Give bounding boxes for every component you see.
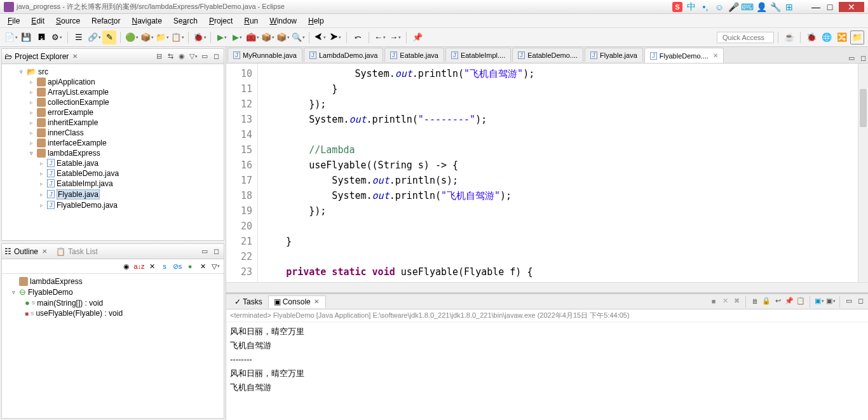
tree-file[interactable]: EatableImpl.java — [57, 179, 113, 188]
outline-method-1[interactable]: useFlyable(Flyable) : void — [36, 309, 123, 318]
highlight-icon[interactable]: ✎ — [102, 30, 116, 44]
tree-file[interactable]: FlyableDemo.java — [57, 201, 118, 210]
hide-local-icon[interactable]: ● — [184, 261, 196, 272]
remove-launch-icon[interactable]: ✕ — [720, 296, 730, 306]
max-pe-icon[interactable]: ◻ — [211, 51, 221, 62]
tree-pkg[interactable]: errorExample — [48, 108, 93, 117]
close-icon[interactable]: ✕ — [839, 2, 864, 12]
focus-outline-icon[interactable]: ◉ — [121, 261, 132, 272]
zhong-icon[interactable]: 中 — [686, 2, 696, 12]
remove-all-icon[interactable]: ✖ — [731, 296, 742, 306]
quick-access-input[interactable] — [717, 32, 774, 43]
sogou-icon[interactable]: S — [672, 2, 682, 12]
tree-pkg[interactable]: inheritExample — [48, 118, 98, 127]
menu-run[interactable]: Run — [239, 15, 263, 27]
new-proj-icon[interactable]: 📦 — [261, 30, 275, 44]
prev-annot-icon[interactable]: ⮜ — [313, 30, 327, 44]
outline-pkg[interactable]: lambdaExpress — [30, 277, 83, 286]
hide-nonpublic-icon[interactable]: ⊘s — [172, 261, 183, 272]
code-editor[interactable]: System.out.println("飞机自驾游"); } }); Syste… — [258, 64, 858, 282]
max-editor-icon[interactable]: ◻ — [858, 53, 868, 63]
min-outline-icon[interactable]: ▭ — [200, 247, 210, 257]
smile-icon[interactable]: ☺ — [714, 2, 724, 12]
filter-icon[interactable]: ✕ — [197, 261, 208, 272]
person-icon[interactable]: 👤 — [756, 2, 766, 12]
menu-help[interactable]: Help — [303, 15, 329, 27]
max-outline-icon[interactable]: ◻ — [211, 247, 221, 257]
hide-fields-icon[interactable]: ✕ — [146, 261, 158, 272]
menu-refactor[interactable]: Refactor — [86, 15, 125, 27]
new-pkg-icon[interactable]: 📦 — [140, 30, 154, 44]
close-tab-icon[interactable]: ✕ — [713, 52, 718, 59]
new-icon[interactable]: 📄 — [4, 30, 18, 44]
new-folder-icon[interactable]: 📁 — [155, 30, 169, 44]
tree-pkg-open[interactable]: lambdaExpress — [48, 149, 100, 158]
tree-pkg[interactable]: ArrayList.example — [48, 88, 109, 97]
back-icon[interactable]: ← — [373, 30, 387, 44]
punct-icon[interactable]: •, — [700, 2, 710, 12]
editor-tab[interactable]: 🄹Eatable.java — [384, 48, 444, 62]
show-console-icon[interactable]: 📋 — [796, 296, 806, 306]
debug-icon[interactable]: 🐞 — [193, 30, 207, 44]
tree-file[interactable]: EatableDemo.java — [57, 169, 119, 178]
keyboard-icon[interactable]: ⌨ — [742, 2, 752, 12]
tree-pkg[interactable]: interfaceExample — [48, 139, 107, 147]
editor-tab[interactable]: 🄹Flyable.java — [585, 48, 643, 62]
outline-tree[interactable]: lambdaExpress ⊖FlyableDemo ●Smain(String… — [2, 274, 224, 418]
new-java-icon[interactable]: 📦 — [276, 30, 290, 44]
wrench-icon[interactable]: 🔧 — [770, 2, 780, 12]
menu-search[interactable]: Search — [168, 15, 203, 27]
menu-navigate[interactable]: Navigate — [126, 15, 166, 27]
persp-res-icon[interactable]: 📁 — [850, 30, 864, 44]
run-icon[interactable]: ▶ — [215, 30, 229, 44]
coverage-icon[interactable]: ▶ — [230, 30, 244, 44]
persp-git-icon[interactable]: 🔀 — [835, 30, 849, 44]
tree-pkg[interactable]: apiApplication — [48, 78, 95, 86]
mic-icon[interactable]: 🎤 — [728, 2, 738, 12]
menu-source[interactable]: Source — [51, 15, 85, 27]
max-console-icon[interactable]: ◻ — [855, 296, 865, 306]
last-edit-icon[interactable]: ⤺ — [351, 30, 365, 44]
menu-project[interactable]: Project — [204, 15, 238, 27]
tree-pkg[interactable]: collectionExample — [48, 98, 109, 107]
open-console-icon[interactable]: ▣ — [825, 296, 836, 306]
outline-method-0[interactable]: main(String[]) : void — [37, 299, 103, 308]
display-console-icon[interactable]: ▣ — [814, 296, 824, 306]
editor-tab[interactable]: 🄹FlyableDemo....✕ — [644, 48, 724, 63]
pin-icon[interactable]: 📌 — [410, 30, 424, 44]
editor-tab[interactable]: 🄹EatableImpl.... — [445, 48, 511, 62]
vertical-scrollbar[interactable] — [858, 64, 868, 282]
console-tab[interactable]: ▣Console✕ — [268, 295, 326, 308]
menu-window[interactable]: Window — [264, 15, 302, 27]
close-pe-icon[interactable]: ✕ — [71, 53, 79, 60]
toggle-icon[interactable]: ☰ — [72, 30, 86, 44]
max-icon[interactable]: □ — [825, 2, 835, 12]
tree-file[interactable]: Flyable.java — [57, 189, 100, 200]
link-icon[interactable]: ⇆ — [165, 51, 175, 62]
terminate-icon[interactable]: ■ — [709, 296, 719, 306]
save-icon[interactable]: 💾 — [19, 30, 33, 44]
tree-file[interactable]: Eatable.java — [57, 159, 98, 168]
word-wrap-icon[interactable]: ↩ — [773, 296, 783, 306]
new-class-icon[interactable]: 🟢 — [125, 30, 139, 44]
persp-javaee-icon[interactable]: 🌐 — [820, 30, 834, 44]
hide-static-icon[interactable]: s — [159, 261, 170, 272]
pin-console-icon[interactable]: 📌 — [784, 296, 794, 306]
outline-class[interactable]: FlyableDemo — [28, 288, 73, 297]
persp-debug-icon[interactable]: 🐞 — [804, 30, 818, 44]
open-type-icon[interactable]: 🔗 — [87, 30, 101, 44]
search-icon[interactable]: 🔍 — [291, 30, 305, 44]
close-console-icon[interactable]: ✕ — [313, 298, 320, 305]
new-file-icon[interactable]: 📋 — [170, 30, 184, 44]
horizontal-scrollbar[interactable] — [226, 282, 868, 292]
tasklist-tab[interactable]: Task List — [68, 247, 98, 256]
scroll-lock-icon[interactable]: 🔒 — [761, 296, 771, 306]
editor-tab[interactable]: 🄹EatableDemo.... — [512, 48, 583, 62]
fwd-icon[interactable]: → — [388, 30, 402, 44]
save-all-icon[interactable]: 🖪 — [34, 30, 48, 44]
console-output[interactable]: 风和日丽，晴空万里 飞机自驾游 -------- 风和日丽，晴空万里 飞机自驾游 — [226, 322, 868, 420]
grid-icon[interactable]: ⊞ — [784, 2, 794, 12]
min-editor-icon[interactable]: ▭ — [846, 53, 857, 63]
menu-file[interactable]: File — [3, 15, 25, 27]
collapse-icon[interactable]: ⊟ — [154, 51, 164, 62]
